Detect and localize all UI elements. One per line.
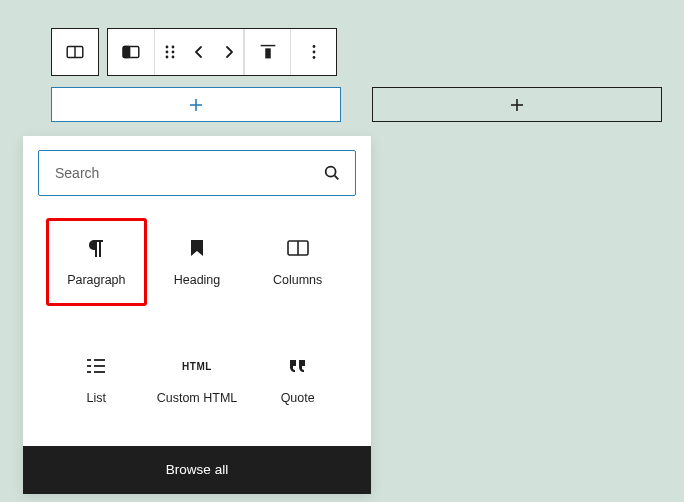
more-options-button[interactable] bbox=[290, 29, 336, 75]
block-columns[interactable]: Columns bbox=[247, 218, 348, 306]
svg-point-19 bbox=[326, 167, 336, 177]
svg-point-12 bbox=[312, 45, 315, 48]
columns-icon bbox=[287, 237, 309, 259]
columns-parent-btn-group bbox=[51, 28, 99, 76]
svg-point-5 bbox=[171, 46, 174, 49]
block-custom-html[interactable]: HTML Custom HTML bbox=[147, 336, 248, 424]
list-icon bbox=[86, 355, 106, 377]
svg-point-7 bbox=[171, 51, 174, 54]
svg-point-14 bbox=[312, 56, 315, 59]
block-label: Columns bbox=[273, 273, 322, 287]
svg-point-6 bbox=[165, 51, 168, 54]
block-inserter-panel: Paragraph Heading Columns bbox=[23, 136, 371, 494]
pilcrow-icon bbox=[87, 237, 105, 259]
block-label: Heading bbox=[174, 273, 221, 287]
svg-rect-11 bbox=[265, 48, 271, 58]
search-input-wrap[interactable] bbox=[38, 150, 356, 196]
bookmark-icon bbox=[190, 237, 204, 259]
block-list[interactable]: List bbox=[46, 336, 147, 424]
block-label: Quote bbox=[281, 391, 315, 405]
move-left-button[interactable] bbox=[184, 29, 214, 75]
column-tools-group bbox=[107, 28, 337, 76]
columns-block-button[interactable] bbox=[52, 29, 98, 75]
block-quote[interactable]: Quote bbox=[247, 336, 348, 424]
quote-icon bbox=[288, 355, 308, 377]
block-paragraph[interactable]: Paragraph bbox=[46, 218, 147, 306]
blocks-grid: Paragraph Heading Columns bbox=[23, 206, 371, 446]
plus-icon bbox=[508, 96, 526, 114]
block-toolbar bbox=[51, 28, 337, 76]
search-icon bbox=[323, 164, 341, 182]
add-block-button-left[interactable] bbox=[51, 87, 341, 122]
block-label: List bbox=[87, 391, 106, 405]
block-label: Paragraph bbox=[67, 273, 125, 287]
html-icon: HTML bbox=[182, 355, 212, 377]
add-block-button-right[interactable] bbox=[372, 87, 662, 122]
svg-point-9 bbox=[171, 56, 174, 59]
drag-handle[interactable] bbox=[154, 29, 184, 75]
search-input[interactable] bbox=[53, 164, 323, 182]
svg-point-8 bbox=[165, 56, 168, 59]
svg-point-4 bbox=[165, 46, 168, 49]
block-label: Custom HTML bbox=[157, 391, 238, 405]
plus-icon bbox=[187, 96, 205, 114]
svg-point-13 bbox=[312, 51, 315, 54]
move-right-button[interactable] bbox=[214, 29, 244, 75]
svg-line-20 bbox=[335, 176, 339, 180]
align-button[interactable] bbox=[244, 29, 290, 75]
column-block-button[interactable] bbox=[108, 29, 154, 75]
block-heading[interactable]: Heading bbox=[147, 218, 248, 306]
columns-placeholder bbox=[51, 87, 662, 122]
browse-all-button[interactable]: Browse all bbox=[23, 446, 371, 494]
svg-rect-3 bbox=[123, 47, 129, 58]
